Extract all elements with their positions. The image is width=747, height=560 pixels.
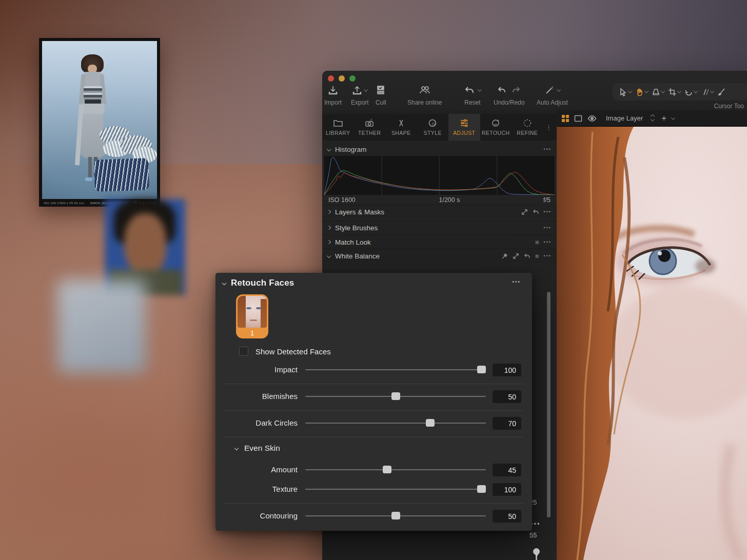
expand-panel-icon[interactable]: [513, 253, 519, 259]
contouring-value[interactable]: 50: [493, 510, 521, 523]
pan-hand-tool[interactable]: [635, 88, 648, 96]
reset-panel-icon[interactable]: [533, 209, 539, 215]
import-button[interactable]: Import: [324, 84, 342, 106]
impact-slider-row: Impact 100: [215, 364, 532, 377]
contouring-slider-row: Contouring 50: [215, 510, 532, 523]
exif-info: ISO 100 1/500 s f/5 50 mm: [44, 202, 84, 205]
face-thumbnail: [238, 296, 267, 328]
panel-menu-icon[interactable]: •••: [512, 279, 521, 285]
straighten-tool[interactable]: [701, 88, 714, 96]
even-skin-section-header[interactable]: Even Skin: [235, 444, 280, 453]
panel-scrollbar[interactable]: [547, 292, 551, 517]
slider-thumb[interactable]: [426, 419, 435, 427]
impact-slider[interactable]: [305, 369, 486, 370]
undo-icon[interactable]: [497, 85, 507, 95]
tab-retouch[interactable]: RETOUCH: [480, 114, 512, 141]
reset-panel-icon[interactable]: [524, 253, 530, 259]
white-balance-panel-header[interactable]: White Balance ≡ •••: [322, 249, 557, 263]
reset-button[interactable]: Reset: [464, 84, 481, 106]
slider-thumb[interactable]: [477, 485, 486, 493]
layers-masks-panel-header[interactable]: Layers & Masks •••: [322, 205, 557, 218]
proof-eye-icon[interactable]: [587, 115, 597, 122]
amount-value[interactable]: 45: [493, 464, 521, 476]
crop-tool[interactable]: [668, 88, 681, 96]
tab-adjust[interactable]: ADJUST: [448, 114, 480, 141]
rotate-tool[interactable]: [684, 88, 697, 96]
texture-slider-row: Texture 100: [215, 483, 532, 496]
magic-wand-icon: [544, 84, 560, 96]
blemishes-slider-row: Blemishes 50: [215, 390, 532, 404]
grid-view-icon[interactable]: [562, 115, 569, 122]
photo-thumbnail-window[interactable]: ISO 100 1/500 s f/5 50 mm SIMON_BAUNGAAR…: [39, 38, 160, 207]
texture-slider[interactable]: [305, 489, 486, 490]
amount-slider[interactable]: [305, 469, 486, 470]
divider: [224, 410, 523, 411]
tab-shape[interactable]: SHAPE: [385, 114, 417, 141]
levels-vertical-slider[interactable]: [536, 549, 537, 560]
texture-value[interactable]: 100: [493, 483, 521, 496]
layer-stepper-icon[interactable]: [651, 115, 654, 122]
tab-overflow-menu[interactable]: ⋮: [543, 114, 555, 141]
export-button[interactable]: Export: [351, 84, 369, 106]
panel-menu-icon[interactable]: •••: [544, 147, 552, 152]
redo-icon[interactable]: [510, 85, 521, 95]
collapse-chevron-icon: [327, 254, 331, 258]
histogram-chart: [324, 156, 555, 195]
blemishes-slider[interactable]: [305, 396, 486, 397]
dark-circles-value[interactable]: 70: [493, 417, 521, 430]
reset-icon: [464, 84, 481, 96]
brush-tool[interactable]: [717, 88, 726, 96]
slider-thumb[interactable]: [477, 366, 486, 373]
main-image-portrait[interactable]: [557, 127, 747, 560]
single-view-icon[interactable]: [574, 115, 582, 122]
expand-chevron-icon: [327, 226, 331, 230]
tab-style[interactable]: STYLE: [417, 114, 449, 141]
detected-face-chip[interactable]: 1: [236, 294, 268, 338]
slider-thumb[interactable]: [383, 466, 391, 473]
undo-redo-buttons[interactable]: Undo/Redo: [494, 84, 525, 106]
white-balance-picker-icon[interactable]: [501, 253, 508, 259]
style-brushes-panel-header[interactable]: Style Brushes •••: [322, 221, 557, 234]
tool-tab-bar: LIBRARY TETHER SHAPE STYLE ADJUST RETOUC…: [322, 114, 557, 141]
zoom-window-button[interactable]: [349, 75, 356, 82]
divider: [224, 503, 523, 504]
histogram-panel: Histogram ••• ISO 1600 1/200 s f/5: [322, 143, 557, 204]
layer-selector[interactable]: Image Layer: [606, 114, 643, 122]
slider-thumb[interactable]: [391, 392, 400, 400]
collapse-chevron-icon[interactable]: [222, 281, 226, 285]
impact-value[interactable]: 100: [493, 364, 521, 376]
add-layer-chevron-icon[interactable]: [671, 115, 675, 119]
contouring-slider[interactable]: [305, 515, 486, 516]
select-tool[interactable]: [619, 88, 632, 96]
close-button[interactable]: [328, 75, 334, 82]
tab-refine[interactable]: REFINE: [512, 114, 543, 141]
preset-list-icon[interactable]: ≡: [535, 252, 539, 260]
slider-thumb[interactable]: [391, 512, 400, 519]
collapse-chevron-icon: [327, 147, 331, 151]
levels-slider-handle[interactable]: [533, 548, 540, 555]
auto-adjust-button[interactable]: Auto Adjust: [537, 84, 568, 106]
dark-circles-slider[interactable]: [305, 423, 486, 424]
histogram-header[interactable]: Histogram •••: [322, 143, 557, 156]
share-people-icon: [418, 84, 431, 96]
panel-menu-icon[interactable]: •••: [544, 239, 552, 245]
share-online-button[interactable]: Share online: [407, 84, 442, 106]
expand-panel-icon[interactable]: [521, 209, 528, 215]
tab-library[interactable]: LIBRARY: [322, 114, 354, 141]
panel-menu-icon[interactable]: •••: [544, 253, 552, 258]
mask-tool[interactable]: [652, 88, 664, 96]
face-hair: [238, 296, 246, 328]
face-eye: [246, 307, 251, 309]
tab-tether[interactable]: TETHER: [354, 114, 386, 141]
panel-menu-icon[interactable]: •••: [544, 209, 552, 214]
blemishes-value[interactable]: 50: [493, 390, 521, 403]
face-mouth: [250, 319, 257, 321]
cull-button[interactable]: Cull: [376, 84, 386, 106]
add-layer-button[interactable]: +: [661, 113, 666, 124]
show-detected-faces-row[interactable]: Show Detected Faces: [239, 347, 331, 356]
minimize-button[interactable]: [339, 75, 345, 82]
panel-menu-icon[interactable]: •••: [544, 225, 552, 230]
show-detected-faces-checkbox[interactable]: [239, 347, 248, 356]
preset-list-icon[interactable]: ≡: [535, 238, 539, 246]
match-look-panel-header[interactable]: Match Look ≡ •••: [322, 235, 557, 249]
